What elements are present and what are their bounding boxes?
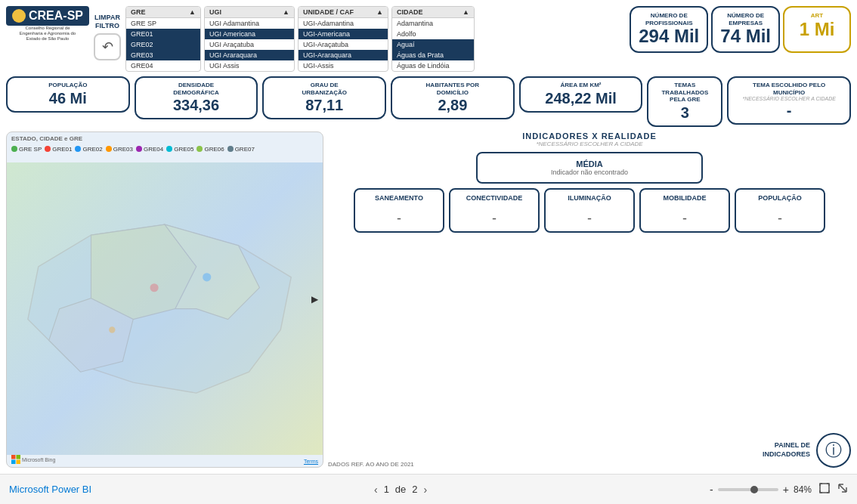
indicator-iluminacao: ILUMINAÇÃO - [544, 188, 635, 233]
filter-gre-items: GRE SP GRE01 GRE02 GRE03 GRE04 [126, 18, 200, 71]
map-terms[interactable]: Terms [304, 459, 318, 464]
page-total: 2 [412, 484, 417, 495]
back-button[interactable]: ↶ [94, 33, 121, 60]
temas-card: TEMASTRABALHADOSPELA GRE 3 [647, 76, 722, 127]
dados-ref: DADOS REF. AO ANO DE 2021 [328, 461, 414, 468]
page-prev[interactable]: ‹ [374, 484, 378, 496]
filter-cidade-items: Adamantina Adolfo Aguaí Águas da Prata Á… [392, 18, 474, 71]
metric-densidade-value: 334,36 [144, 96, 249, 114]
filter-item[interactable]: GRE01 [126, 29, 200, 39]
filter-cidade: CIDADE ▲ Adamantina Adolfo Aguaí Águas d… [391, 6, 475, 72]
filter-gre-header: GRE ▲ [126, 7, 200, 18]
temas-title: TEMASTRABALHADOSPELA GRE [656, 82, 713, 104]
filter-item[interactable]: Adamantina [392, 18, 474, 29]
zoom-minus[interactable]: - [710, 484, 713, 496]
legend-item: GRE04 [136, 146, 163, 153]
svg-point-1 [203, 273, 211, 281]
filter-item[interactable]: Adolfo [392, 29, 474, 39]
filter-item[interactable]: GRE SP [126, 18, 200, 29]
tema-municipio-value: - [736, 101, 842, 119]
stat-empresas-value: 74 Mil [720, 26, 771, 46]
filter-item[interactable]: UGI Araçatuba [205, 39, 294, 50]
limpar-filtro: LIMPARFILTRO ↶ [94, 14, 121, 60]
zoom-plus[interactable]: + [783, 484, 789, 496]
filter-item[interactable]: UGI-Araraquara [299, 50, 388, 60]
page-next[interactable]: › [424, 484, 428, 496]
indicator-mobilidade-title: MOBILIDADE [647, 194, 722, 202]
filter-ugi-items: UGI Adamantina UGI Americana UGI Araçatu… [205, 18, 294, 71]
tema-municipio-card: TEMA ESCOLHIDO PELO MUNICÍPIO *NECESSÁRI… [727, 76, 851, 125]
legend-item: GRE07 [227, 146, 255, 153]
watermark-text: Microsoft Bing [22, 457, 55, 462]
stat-profissionais-value: 294 Mil [639, 26, 699, 46]
expand-icon[interactable] [837, 483, 848, 496]
filter-item[interactable]: GRE02 [126, 39, 200, 50]
media-title: MÉDIA [490, 159, 689, 169]
content-area: ESTADO, CIDADE e GRE GRE SP GRE01 GRE02 … [6, 131, 851, 468]
metric-populacao-value: 46 Mi [15, 89, 121, 107]
media-card: MÉDIA Indicador não encontrado [476, 152, 703, 184]
filter-item[interactable]: UGI Assis [205, 60, 294, 71]
page-separator: de [395, 484, 406, 495]
filter-item[interactable]: UGI Adamantina [205, 18, 294, 29]
zoom-slider[interactable] [718, 488, 778, 491]
indicator-mobilidade: MOBILIDADE - [639, 188, 730, 233]
indicator-saneamento-title: SANEAMENTO [361, 194, 437, 202]
media-subtitle: Indicador não encontrado [490, 169, 689, 176]
stat-art: ART 1 Mi [783, 6, 851, 53]
metric-densidade: DENSIDADEDEMOGRÁFICA 334,36 [135, 76, 258, 119]
fit-icon[interactable] [819, 483, 830, 496]
tema-municipio-subtitle: *NECESSÁRIO ESCOLHER A CIDADE [736, 96, 842, 101]
filter-ugi: UGI ▲ UGI Adamantina UGI Americana UGI A… [204, 6, 295, 72]
filters-area: GRE ▲ GRE SP GRE01 GRE02 GRE03 GRE04 UGI… [125, 6, 622, 72]
filter-unidade: UNIDADE / CAF ▲ UGI-Adamantina UGI-Ameri… [298, 6, 388, 72]
svg-rect-3 [11, 455, 16, 459]
stat-profissionais: NÚMERO DEPROFISSIONAIS 294 Mil [630, 6, 708, 53]
indicadores-header: INDICADORES X REALIDADE *NECESSÁRIO ESCO… [328, 131, 851, 147]
map-title: ESTADO, CIDADE e GRE [11, 135, 82, 142]
metric-habitantes: HABITANTES PORDOMICÍLIO 2,89 [391, 76, 515, 119]
metric-densidade-title: DENSIDADEDEMOGRÁFICA [144, 82, 249, 96]
painel-button[interactable]: ⓘ [816, 433, 851, 468]
svg-point-0 [150, 283, 158, 292]
logo-text: CREA-SP [29, 9, 83, 23]
filter-item[interactable]: UGI-Americana [299, 29, 388, 39]
stat-profissionais-title: NÚMERO DEPROFISSIONAIS [639, 12, 699, 26]
filter-item[interactable]: GRE03 [126, 50, 200, 60]
zoom-thumb [750, 486, 758, 493]
filter-item[interactable]: UGI Americana [205, 29, 294, 39]
metric-grau-value: 87,11 [271, 96, 377, 114]
zoom-value: 84% [794, 484, 812, 495]
filter-item[interactable]: Águas da Prata [392, 50, 474, 60]
logo-icon [12, 9, 26, 23]
filter-item[interactable]: Águas de Lindóia [392, 60, 474, 71]
indicators-grid: SANEAMENTO - CONECTIVIDADE - ILUMINAÇÃO … [328, 188, 851, 233]
indicator-conectividade: CONECTIVIDADE - [449, 188, 540, 233]
powerbi-link[interactable]: Microsoft Power BI [9, 484, 91, 495]
indicator-iluminacao-title: ILUMINAÇÃO [552, 194, 627, 202]
temas-value: 3 [656, 104, 713, 122]
indicator-saneamento-value: - [361, 211, 437, 227]
filter-item[interactable]: UGI-Araçatuba [299, 39, 388, 50]
stat-empresas: NÚMERO DEEMPRESAS 74 Mil [711, 6, 780, 53]
metric-area-value: 248,22 Mil [528, 89, 634, 107]
metric-populacao: POPULAÇÃO 46 Mi [6, 76, 130, 113]
svg-rect-6 [17, 460, 21, 465]
map-arrow[interactable]: ▶ [311, 294, 318, 305]
filter-item[interactable]: UGI Araraquara [205, 50, 294, 60]
filter-ugi-header: UGI ▲ [205, 7, 294, 18]
svg-rect-4 [17, 455, 21, 459]
filter-item[interactable]: GRE04 [126, 60, 200, 71]
filter-unidade-items: UGI-Adamantina UGI-Americana UGI-Araçatu… [299, 18, 388, 71]
metric-populacao-title: POPULAÇÃO [15, 82, 121, 89]
filter-item[interactable]: Aguaí [392, 39, 474, 50]
indicator-mobilidade-value: - [647, 211, 722, 227]
metric-grau: GRAU DEURBANIZAÇÃO 87,11 [262, 76, 386, 119]
indicator-iluminacao-value: - [552, 211, 627, 227]
indicator-populacao-title: POPULAÇÃO [742, 194, 818, 202]
zoom-area: - + 84% [710, 483, 848, 496]
painel-area: PAINEL DEINDICADORES ⓘ [763, 433, 851, 468]
metric-area: ÁREA EM KM² 248,22 Mil [519, 76, 643, 113]
filter-item[interactable]: UGI-Adamantina [299, 18, 388, 29]
filter-item[interactable]: UGI-Assis [299, 60, 388, 71]
